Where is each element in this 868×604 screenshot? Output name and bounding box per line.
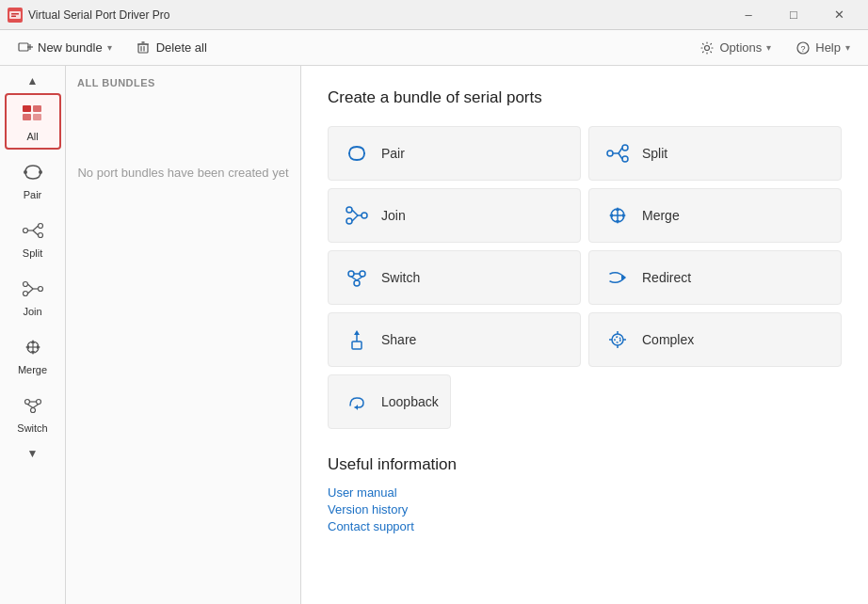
sidebar-item-merge[interactable]: Merge	[5, 326, 61, 383]
content-panel: Create a bundle of serial ports Pair	[301, 66, 868, 604]
maximize-button[interactable]: □	[772, 0, 815, 30]
close-button[interactable]: ✕	[817, 0, 860, 30]
svg-point-75	[615, 337, 620, 342]
loopback-label: Loopback	[381, 394, 439, 409]
delete-all-icon	[137, 40, 152, 56]
svg-rect-0	[9, 11, 21, 19]
svg-point-19	[39, 170, 42, 174]
svg-line-69	[357, 277, 362, 280]
svg-line-54	[352, 210, 358, 215]
svg-marker-73	[354, 330, 360, 335]
gear-icon	[699, 40, 715, 56]
bundle-option-loopback[interactable]: Loopback	[328, 374, 451, 429]
help-icon: ?	[796, 40, 811, 56]
app-title: Virtual Serial Port Driver Pro	[28, 8, 727, 22]
svg-rect-2	[11, 15, 16, 17]
svg-marker-80	[355, 405, 358, 410]
svg-rect-3	[19, 43, 28, 51]
join-label: Join	[381, 208, 406, 223]
svg-point-28	[38, 287, 42, 292]
bundle-option-redirect[interactable]: Redirect	[588, 250, 842, 305]
split-label: Split	[642, 146, 667, 161]
svg-rect-1	[11, 13, 19, 15]
svg-point-22	[38, 233, 42, 238]
svg-point-47	[622, 156, 628, 162]
toolbar: New bundle ▾ Delete all Options ▾ ?	[0, 30, 868, 66]
svg-point-18	[24, 170, 27, 174]
share-icon	[344, 326, 370, 353]
bundle-option-split[interactable]: Split	[588, 126, 842, 181]
new-bundle-button[interactable]: New bundle ▾	[8, 36, 122, 60]
sidebar-item-switch[interactable]: Switch	[5, 385, 61, 441]
bundle-option-pair[interactable]: Pair	[328, 126, 581, 181]
bundle-option-switch[interactable]: Switch	[328, 250, 581, 305]
sidebar-item-split[interactable]: Split	[5, 210, 61, 266]
svg-point-45	[607, 151, 613, 156]
bundle-options-grid: Pair Split	[328, 126, 842, 429]
svg-rect-17	[33, 114, 41, 120]
complex-icon	[604, 326, 631, 353]
svg-point-64	[348, 271, 354, 277]
svg-point-53	[362, 213, 367, 218]
contact-support-link[interactable]: Contact support	[328, 519, 842, 533]
svg-point-65	[360, 271, 365, 277]
user-manual-link[interactable]: User manual	[328, 485, 842, 500]
svg-point-41	[30, 408, 35, 413]
svg-rect-16	[23, 114, 31, 120]
svg-point-21	[38, 224, 42, 229]
bundle-option-share[interactable]: Share	[328, 312, 581, 367]
bundle-option-complex[interactable]: Complex	[588, 312, 842, 367]
svg-rect-14	[23, 105, 31, 112]
bundle-empty-message: No port bundles have been created yet	[77, 164, 289, 183]
svg-point-51	[346, 207, 352, 213]
nav-scroll-up[interactable]: ▲	[0, 70, 65, 92]
window-controls: – □ ✕	[727, 0, 860, 30]
svg-point-40	[36, 400, 40, 405]
version-history-link[interactable]: Version history	[328, 502, 842, 517]
svg-point-27	[23, 292, 27, 296]
svg-line-29	[27, 284, 33, 289]
svg-line-43	[27, 405, 33, 408]
svg-line-25	[33, 230, 39, 235]
join-icon	[344, 202, 370, 229]
svg-line-55	[352, 215, 358, 221]
help-button[interactable]: ? Help ▾	[785, 36, 860, 60]
bundle-option-join[interactable]: Join	[328, 188, 581, 243]
svg-line-50	[619, 153, 622, 159]
svg-line-68	[351, 277, 357, 280]
svg-point-11	[705, 45, 710, 50]
bundle-option-merge[interactable]: Merge	[588, 188, 842, 243]
delete-all-button[interactable]: Delete all	[126, 36, 217, 60]
svg-point-39	[24, 400, 29, 405]
pair-label: Pair	[381, 146, 405, 161]
sidebar-item-all[interactable]: All	[5, 93, 61, 150]
svg-point-74	[612, 334, 623, 345]
bundle-list-title: ALL BUNDLES	[77, 77, 289, 88]
svg-point-26	[23, 282, 27, 287]
main-area: ▲ All Pai	[0, 66, 868, 604]
merge-label: Merge	[642, 208, 680, 223]
svg-line-24	[33, 226, 39, 230]
create-section-title: Create a bundle of serial ports	[328, 88, 842, 107]
svg-rect-71	[352, 342, 362, 349]
svg-line-44	[33, 405, 39, 408]
svg-line-49	[619, 148, 622, 153]
new-bundle-icon	[18, 40, 33, 56]
svg-rect-6	[138, 44, 148, 53]
options-button[interactable]: Options ▾	[689, 36, 781, 60]
app-icon	[8, 8, 23, 23]
merge-icon	[604, 202, 631, 229]
sidebar-item-pair[interactable]: Pair	[5, 151, 61, 208]
svg-text:?: ?	[801, 44, 806, 54]
svg-point-20	[23, 229, 27, 233]
switch-label: Switch	[381, 270, 420, 285]
svg-point-52	[346, 218, 352, 224]
sidebar-item-join[interactable]: Join	[5, 268, 61, 325]
redirect-label: Redirect	[642, 270, 691, 285]
titlebar: Virtual Serial Port Driver Pro – □ ✕	[0, 0, 868, 30]
minimize-button[interactable]: –	[727, 0, 770, 30]
loopback-icon	[344, 389, 370, 415]
nav-scroll-down[interactable]: ▼	[0, 442, 65, 465]
svg-line-30	[27, 289, 33, 294]
complex-label: Complex	[642, 332, 694, 347]
